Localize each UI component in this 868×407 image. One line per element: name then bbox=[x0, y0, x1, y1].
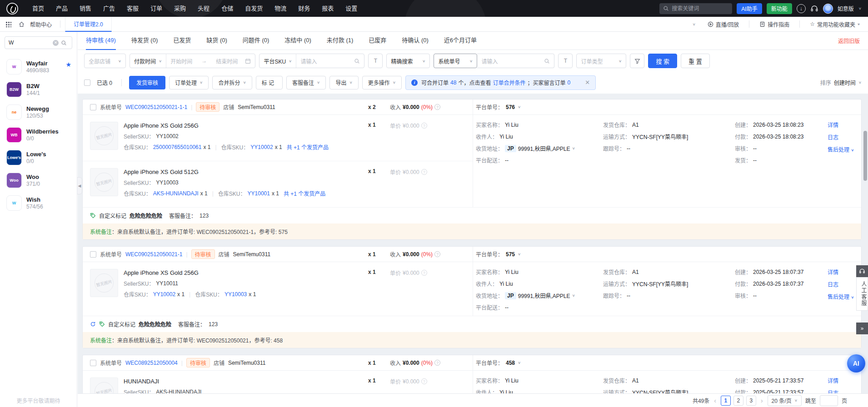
jump-page-input[interactable] bbox=[820, 395, 838, 406]
order-no-type-select[interactable]: 系统单号∨ bbox=[434, 54, 477, 68]
chevron-down-icon[interactable]: ∨ bbox=[858, 6, 862, 10]
batch-input-button[interactable]: T bbox=[368, 54, 383, 68]
detail-link[interactable]: 详情 bbox=[828, 377, 838, 384]
warehouse-sku-link[interactable]: YY10002 bbox=[153, 291, 175, 298]
toolbar-dropdown-button[interactable]: 标 记 bbox=[256, 76, 283, 89]
batch-input-button[interactable]: T bbox=[558, 54, 573, 68]
new-feature-button[interactable]: 新功能 bbox=[767, 3, 792, 14]
order-number-link[interactable]: WEC0902512050021-1 bbox=[125, 251, 182, 258]
sidebar-collapse-handle[interactable]: ◀ bbox=[77, 177, 82, 194]
order-number-link[interactable]: WEC0892512050004 bbox=[125, 360, 178, 366]
ai-assistant-button[interactable]: AI助手 bbox=[737, 3, 762, 14]
platform-order-no[interactable]: 平台单号：576∨ bbox=[473, 99, 861, 115]
order-type-select[interactable]: 订单类型∨ bbox=[576, 54, 626, 68]
order-checkbox[interactable] bbox=[90, 360, 96, 366]
platform-search-input[interactable] bbox=[9, 40, 50, 46]
warehouse-sku-link[interactable]: YY10003 bbox=[224, 291, 247, 298]
apps-grid-icon[interactable] bbox=[5, 21, 11, 27]
guide-link[interactable]: 操作指南 bbox=[756, 20, 793, 28]
platform-list-item[interactable]: ne Newegg 120/53 ★ bbox=[0, 101, 77, 124]
platform-list-item[interactable]: Lowe's Lowe's 0/0 ★ bbox=[0, 146, 77, 169]
select-all-checkbox[interactable] bbox=[84, 79, 90, 86]
sku-input[interactable]: 请输入 bbox=[296, 54, 364, 68]
order-no-input[interactable]: 请输入 bbox=[477, 54, 554, 68]
order-status-tab[interactable]: 问题件 (0) bbox=[243, 32, 269, 50]
top-nav-item[interactable]: 自发货 bbox=[239, 0, 269, 17]
sort-control[interactable]: 排序 创建时间 ∨ bbox=[820, 79, 862, 86]
order-status-tab[interactable]: 已发货 bbox=[173, 32, 191, 50]
address-row[interactable]: 收货地址：JP99991,秋田県,APPLE∨ bbox=[476, 292, 603, 299]
headset-icon[interactable] bbox=[810, 5, 818, 13]
active-page-tab[interactable]: 订单管理2.0 bbox=[65, 17, 112, 32]
tabs-collapse-icon[interactable]: ∨ bbox=[693, 22, 696, 26]
top-nav-item[interactable]: 广告 bbox=[97, 0, 121, 17]
tag-icon[interactable] bbox=[99, 321, 105, 327]
global-search[interactable] bbox=[659, 3, 732, 14]
warehouse-sku-link[interactable]: AKS-HUNIANDAJI bbox=[153, 190, 199, 197]
help-center-tab[interactable]: 帮助中心 bbox=[26, 20, 55, 28]
shop-select[interactable]: 全部店铺∨ bbox=[84, 54, 126, 68]
question-icon[interactable]: ? bbox=[421, 123, 427, 129]
clear-icon[interactable]: ✕ bbox=[53, 40, 59, 46]
order-status-tab[interactable]: 待发货 (0) bbox=[131, 32, 158, 50]
platform-list-item[interactable]: W Wish 574/56 ★ bbox=[0, 192, 77, 214]
question-icon[interactable]: ? bbox=[421, 270, 427, 276]
home-icon[interactable] bbox=[19, 21, 25, 27]
order-status-tab[interactable]: 未付款 (1) bbox=[327, 32, 354, 50]
address-row[interactable]: 收货地址：JP99991,秋田県,APPLE∨ bbox=[476, 144, 603, 152]
top-nav-item[interactable]: 客服 bbox=[121, 0, 145, 17]
order-status-tab[interactable]: 缺货 (0) bbox=[206, 32, 227, 50]
order-checkbox[interactable] bbox=[90, 251, 96, 258]
top-nav-item[interactable]: 报表 bbox=[316, 0, 339, 17]
platform-order-no[interactable]: 平台单号：575∨ bbox=[473, 247, 861, 262]
ship-audit-button[interactable]: 发货审核 bbox=[129, 76, 165, 89]
page-number[interactable]: 1 bbox=[721, 396, 731, 406]
page-size-select[interactable]: 20 条/页∨ bbox=[768, 395, 802, 406]
order-status-tab[interactable]: 待审核 (49) bbox=[86, 32, 116, 50]
vertical-scrollbar[interactable] bbox=[863, 131, 867, 181]
user-avatar[interactable] bbox=[823, 4, 833, 14]
warehouse-sku-link[interactable]: YY10001 bbox=[248, 190, 270, 197]
warehouse-sku-link[interactable]: YY10002 bbox=[250, 144, 273, 150]
customer-service-button[interactable] bbox=[856, 265, 868, 277]
order-checkbox[interactable] bbox=[90, 104, 96, 110]
next-page-icon[interactable]: › bbox=[760, 397, 764, 404]
top-nav-item[interactable]: 仓储 bbox=[215, 0, 239, 17]
reset-button[interactable]: 重 置 bbox=[681, 54, 710, 68]
more-ship-products-link[interactable]: 共 +1 个发货产品 bbox=[287, 143, 329, 151]
log-link[interactable]: 日志 bbox=[828, 133, 854, 141]
more-ship-products-link[interactable]: 共 +1 个发货产品 bbox=[284, 189, 325, 197]
question-icon[interactable]: ? bbox=[434, 104, 440, 110]
detail-link[interactable]: 详情 bbox=[828, 268, 854, 276]
platform-order-no[interactable]: 平台单号：458∨ bbox=[473, 355, 861, 371]
page-number[interactable]: 2 bbox=[733, 396, 743, 406]
human-service-tab[interactable]: 人工客服 bbox=[856, 277, 868, 311]
order-number-link[interactable]: WEC0902512050021-1-1 bbox=[125, 104, 187, 110]
live-replay-link[interactable]: 直播/回放 bbox=[704, 20, 743, 28]
question-icon[interactable]: ? bbox=[434, 360, 440, 366]
question-icon[interactable]: ? bbox=[421, 378, 427, 384]
toolbar-dropdown-button[interactable]: 客服备注∨ bbox=[286, 76, 326, 89]
platform-list-item[interactable]: B2W B2W 144/1 ★ bbox=[0, 78, 77, 101]
close-icon[interactable]: ✕ bbox=[585, 79, 590, 86]
aftersale-link[interactable]: 售后处理 ∨ bbox=[828, 145, 854, 153]
download-icon[interactable]: ↓ bbox=[797, 4, 806, 13]
detail-link[interactable]: 详情 bbox=[828, 121, 854, 129]
toolbar-dropdown-button[interactable]: 导出∨ bbox=[329, 76, 358, 89]
question-icon[interactable]: ? bbox=[434, 251, 440, 257]
top-nav-item[interactable]: 头程 bbox=[192, 0, 215, 17]
warehouse-sku-link[interactable]: 2500007655010061 bbox=[153, 144, 202, 150]
order-status-tab[interactable]: 待确认 (0) bbox=[402, 32, 429, 50]
platform-search[interactable]: ✕ bbox=[5, 36, 72, 49]
global-search-input[interactable] bbox=[672, 5, 726, 12]
ai-fab-button[interactable]: AI bbox=[847, 354, 865, 372]
top-nav-item[interactable]: 采购 bbox=[168, 0, 192, 17]
advanced-filter-button[interactable] bbox=[630, 54, 644, 68]
sku-type-select[interactable]: 平台SKU∨ bbox=[259, 54, 296, 68]
prev-page-icon[interactable]: ‹ bbox=[713, 397, 717, 404]
top-nav-item[interactable]: 物流 bbox=[269, 0, 292, 17]
tag-icon[interactable] bbox=[90, 213, 96, 218]
platform-list-item[interactable]: Woo Woo 371/0 ★ bbox=[0, 169, 77, 192]
date-range-picker[interactable]: 开始时间 → 结束时间 bbox=[166, 54, 255, 68]
question-icon[interactable]: ? bbox=[421, 169, 427, 175]
